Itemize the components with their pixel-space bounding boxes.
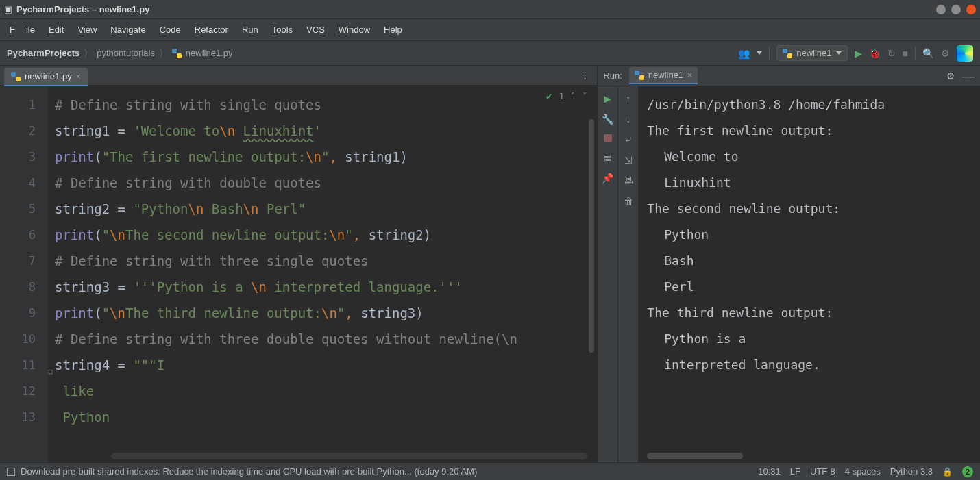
run-body: ▶ 🔧 ▤ 📌 ↑ ↓ ⤶ ⇲ 🖶 🗑 /usr/bin/python3.8 /… xyxy=(598,86,980,462)
line-number: 8 xyxy=(0,274,36,300)
search-icon[interactable]: 🔍 xyxy=(922,48,934,59)
run-tab-label: newline1 xyxy=(648,70,683,80)
console-line: Bash xyxy=(647,248,972,274)
status-message[interactable]: Download pre-built shared indexes: Reduc… xyxy=(21,466,477,477)
run-pane: Run: newline1 × ⚙ — ▶ 🔧 ▤ 📌 ↑ xyxy=(598,66,980,462)
line-number: 2 xyxy=(0,118,36,144)
chevron-down-icon[interactable]: ˅ xyxy=(583,91,587,101)
scrolltoend-icon[interactable]: ⇲ xyxy=(624,155,633,166)
menu-run[interactable]: Run xyxy=(236,22,264,38)
minimize-icon[interactable] xyxy=(936,5,946,14)
gear-icon[interactable]: ⚙ xyxy=(941,48,950,59)
line-number: 1 xyxy=(0,92,36,118)
menu-code[interactable]: Code xyxy=(154,22,186,38)
window-controls xyxy=(936,5,976,14)
console-line: Python is a xyxy=(647,326,972,352)
users-icon[interactable]: 👥 xyxy=(738,48,750,59)
editor[interactable]: 1 2 3 4 5 6 7 8 9 10 11 12 13 ✔ 1 ˄ ˅ xyxy=(0,86,597,462)
vertical-scrollbar[interactable] xyxy=(589,119,594,353)
console-line: Linuxhint xyxy=(647,170,972,196)
menu-file[interactable]: File xyxy=(4,22,40,38)
gutter: 1 2 3 4 5 6 7 8 9 10 11 12 13 xyxy=(0,86,48,462)
line-number: 6 xyxy=(0,222,36,248)
lock-icon[interactable]: 🔒 xyxy=(942,467,953,477)
stop-icon[interactable]: ■ xyxy=(903,48,908,59)
menu-edit[interactable]: Edit xyxy=(43,22,69,38)
close-icon[interactable]: × xyxy=(687,71,692,80)
menu-tools[interactable]: Tools xyxy=(267,22,298,38)
menu-vcs[interactable]: VCS xyxy=(301,22,330,38)
horizontal-scrollbar[interactable] xyxy=(111,453,587,459)
code-area[interactable]: ✔ 1 ˄ ˅ # Define string with single quot… xyxy=(48,86,597,462)
print-icon[interactable]: 🖶 xyxy=(624,175,633,186)
softwrap-icon[interactable]: ⤶ xyxy=(624,134,633,145)
chevron-down-icon[interactable] xyxy=(757,51,762,55)
wrench-icon[interactable]: 🔧 xyxy=(602,114,613,125)
close-icon[interactable] xyxy=(966,5,976,14)
line-number: 12 xyxy=(0,378,36,404)
titlebar: ▣ PycharmProjects – newline1.py xyxy=(0,0,980,19)
line-number: 11 xyxy=(0,352,36,378)
interpreter[interactable]: Python 3.8 xyxy=(890,466,933,477)
console[interactable]: /usr/bin/python3.8 /home/fahmida The fir… xyxy=(639,86,980,462)
line-number: 3 xyxy=(0,144,36,170)
coverage-icon[interactable]: ↻ xyxy=(887,48,896,59)
layout-icon[interactable]: ▤ xyxy=(603,152,612,163)
run-config-selector[interactable]: newline1 xyxy=(776,45,847,61)
code: # Define string with single quotes xyxy=(55,97,321,112)
line-number: 9 xyxy=(0,300,36,326)
divider xyxy=(915,47,916,60)
inspection-widget[interactable]: ✔ 1 ˄ ˅ xyxy=(546,90,587,101)
menu-refactor[interactable]: Refactor xyxy=(189,22,234,38)
jetbrains-icon[interactable] xyxy=(957,45,973,62)
trash-icon[interactable]: 🗑 xyxy=(624,196,633,207)
console-line: /usr/bin/python3.8 /home/fahmida xyxy=(647,92,972,118)
more-icon[interactable]: ⋮ xyxy=(580,70,590,80)
toolwindow-icon[interactable] xyxy=(7,468,15,476)
file-encoding[interactable]: UTF-8 xyxy=(810,466,835,477)
editor-tab-label: newline1.py xyxy=(25,71,72,81)
inspection-count: 1 xyxy=(559,91,564,101)
menu-window[interactable]: Window xyxy=(333,22,376,38)
breadcrumb-root[interactable]: PycharmProjects xyxy=(7,48,79,58)
line-number: 10 xyxy=(0,326,36,352)
run-toolbar-primary: ▶ 🔧 ▤ 📌 xyxy=(598,86,618,462)
run-label: Run: xyxy=(603,71,622,81)
notification-badge[interactable]: 2 xyxy=(962,466,973,477)
menu-view[interactable]: View xyxy=(72,22,102,38)
console-line: Perl xyxy=(647,274,972,300)
run-header: Run: newline1 × ⚙ — xyxy=(598,66,980,86)
caret-position[interactable]: 10:31 xyxy=(758,466,781,477)
chevron-up-icon[interactable]: ˄ xyxy=(571,91,576,101)
run-tab[interactable]: newline1 × xyxy=(629,67,698,84)
line-number: 5 xyxy=(0,196,36,222)
python-file-icon xyxy=(783,49,792,58)
breadcrumb: PycharmProjects 〉 pythontutorials 〉 newl… xyxy=(7,47,232,60)
run-icon[interactable]: ▶ xyxy=(855,48,862,59)
line-number: 13 xyxy=(0,404,36,430)
debug-icon[interactable]: 🐞 xyxy=(869,48,881,59)
close-icon[interactable]: × xyxy=(76,72,81,81)
editor-tab[interactable]: newline1.py × xyxy=(4,68,88,85)
navbar: PycharmProjects 〉 pythontutorials 〉 newl… xyxy=(0,41,980,66)
menu-navigate[interactable]: Navigate xyxy=(105,22,151,38)
python-file-icon xyxy=(635,71,644,80)
line-separator[interactable]: LF xyxy=(790,466,800,477)
stop-icon[interactable] xyxy=(604,134,612,142)
line-number: 4 xyxy=(0,170,36,196)
menu-help[interactable]: Help xyxy=(378,22,408,38)
down-icon[interactable]: ↓ xyxy=(626,114,630,125)
main: newline1.py × ⋮ 1 2 3 4 5 6 7 8 9 10 11 … xyxy=(0,66,980,462)
run-config-label: newline1 xyxy=(796,48,831,58)
line-number: 7 xyxy=(0,248,36,274)
indent-setting[interactable]: 4 spaces xyxy=(845,466,881,477)
breadcrumb-file[interactable]: newline1.py xyxy=(186,48,233,58)
fold-icon[interactable]: ⊟ xyxy=(48,359,53,385)
up-icon[interactable]: ↑ xyxy=(626,93,630,104)
horizontal-scrollbar[interactable] xyxy=(647,453,743,459)
pin-icon[interactable]: 📌 xyxy=(602,173,613,184)
maximize-icon[interactable] xyxy=(951,5,961,14)
gear-icon[interactable]: ⚙ xyxy=(946,71,955,81)
breadcrumb-folder[interactable]: pythontutorials xyxy=(97,48,155,58)
rerun-icon[interactable]: ▶ xyxy=(604,93,611,104)
